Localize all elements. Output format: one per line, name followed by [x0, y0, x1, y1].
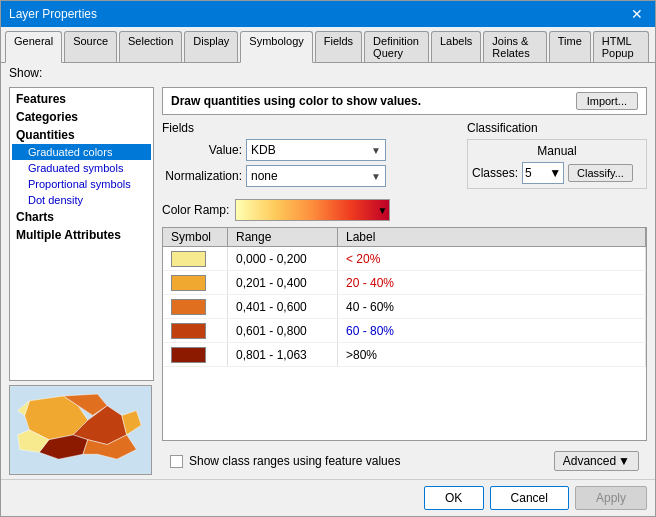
td-range-1: 0,000 - 0,200	[228, 247, 338, 270]
td-label-2: 20 - 40%	[338, 271, 646, 294]
tab-fields[interactable]: Fields	[315, 31, 362, 62]
normalization-select-arrow: ▼	[371, 171, 381, 182]
color-ramp-label: Color Ramp:	[162, 203, 229, 217]
symbol-table: Symbol Range Label 0,000 - 0,200 < 20% 0…	[162, 227, 647, 441]
color-ramp-row: Color Ramp: ▼	[162, 199, 647, 221]
color-swatch-5	[171, 347, 206, 363]
fields-section: Fields Value: KDB ▼ Normalization: none …	[162, 121, 647, 191]
classification-box: Manual Classes: 5 ▼ Classify...	[467, 139, 647, 189]
color-swatch-3	[171, 299, 206, 315]
fields-label: Fields	[162, 121, 459, 135]
bottom-bar: Show class ranges using feature values A…	[162, 447, 647, 475]
value-selected-text: KDB	[251, 143, 276, 157]
td-symbol-1	[163, 247, 228, 270]
left-item-graduated-colors[interactable]: Graduated colors	[12, 144, 151, 160]
td-label-5: >80%	[338, 343, 646, 366]
show-row: Show:	[1, 63, 655, 83]
show-class-row: Show class ranges using feature values	[170, 454, 400, 468]
table-row[interactable]: 0,401 - 0,600 40 - 60%	[163, 295, 646, 319]
normalization-select[interactable]: none ▼	[246, 165, 386, 187]
classes-select-arrow: ▼	[549, 166, 561, 180]
left-item-features[interactable]: Features	[12, 90, 151, 108]
tab-symbology[interactable]: Symbology	[240, 31, 312, 63]
value-select-arrow: ▼	[371, 145, 381, 156]
left-item-multiple-attributes[interactable]: Multiple Attributes	[12, 226, 151, 244]
classes-row: Classes: 5 ▼ Classify...	[472, 162, 642, 184]
left-item-quantities[interactable]: Quantities	[12, 126, 151, 144]
td-range-2: 0,201 - 0,400	[228, 271, 338, 294]
dialog-footer: OK Cancel Apply	[1, 479, 655, 516]
tab-html-popup[interactable]: HTML Popup	[593, 31, 649, 62]
show-label: Show:	[9, 66, 42, 80]
tab-selection[interactable]: Selection	[119, 31, 182, 62]
classification-col: Classification Manual Classes: 5 ▼ Class…	[467, 121, 647, 191]
td-symbol-3	[163, 295, 228, 318]
table-row[interactable]: 0,201 - 0,400 20 - 40%	[163, 271, 646, 295]
apply-button[interactable]: Apply	[575, 486, 647, 510]
close-button[interactable]: ✕	[627, 6, 647, 22]
table-row[interactable]: 0,801 - 1,063 >80%	[163, 343, 646, 367]
normalization-row: Normalization: none ▼	[162, 165, 459, 187]
description-box: Draw quantities using color to show valu…	[162, 87, 647, 115]
table-row[interactable]: 0,601 - 0,800 60 - 80%	[163, 319, 646, 343]
color-swatch-1	[171, 251, 206, 267]
color-ramp-select[interactable]: ▼	[235, 199, 390, 221]
show-class-checkbox[interactable]	[170, 455, 183, 468]
td-range-3: 0,401 - 0,600	[228, 295, 338, 318]
left-item-graduated-symbols[interactable]: Graduated symbols	[12, 160, 151, 176]
tab-definition-query[interactable]: Definition Query	[364, 31, 429, 62]
td-range-4: 0,601 - 0,800	[228, 319, 338, 342]
normalization-label: Normalization:	[162, 169, 242, 183]
tab-source[interactable]: Source	[64, 31, 117, 62]
td-symbol-4	[163, 319, 228, 342]
tabs-row: General Source Selection Display Symbolo…	[1, 27, 655, 63]
classes-label: Classes:	[472, 166, 518, 180]
left-item-proportional-symbols[interactable]: Proportional symbols	[12, 176, 151, 192]
th-label: Label	[338, 228, 646, 246]
advanced-button[interactable]: Advanced ▼	[554, 451, 639, 471]
layer-properties-window: Layer Properties ✕ General Source Select…	[0, 0, 656, 517]
classes-select[interactable]: 5 ▼	[522, 162, 564, 184]
tab-general[interactable]: General	[5, 31, 62, 63]
advanced-dropdown-arrow: ▼	[618, 454, 630, 468]
advanced-label: Advanced	[563, 454, 616, 468]
td-symbol-5	[163, 343, 228, 366]
left-panel-list: Features Categories Quantities Graduated…	[9, 87, 154, 381]
content-area: Features Categories Quantities Graduated…	[1, 83, 655, 479]
show-class-label: Show class ranges using feature values	[189, 454, 400, 468]
color-ramp-arrow: ▼	[377, 205, 387, 216]
tab-joins-relates[interactable]: Joins & Relates	[483, 31, 546, 62]
value-label: Value:	[162, 143, 242, 157]
table-header: Symbol Range Label	[163, 228, 646, 247]
cancel-button[interactable]: Cancel	[490, 486, 569, 510]
th-range: Range	[228, 228, 338, 246]
td-range-5: 0,801 - 1,063	[228, 343, 338, 366]
right-panel: Draw quantities using color to show valu…	[162, 87, 647, 475]
tab-labels[interactable]: Labels	[431, 31, 481, 62]
ok-button[interactable]: OK	[424, 486, 484, 510]
map-preview	[9, 385, 152, 475]
classification-label: Classification	[467, 121, 647, 135]
value-select[interactable]: KDB ▼	[246, 139, 386, 161]
left-item-charts[interactable]: Charts	[12, 208, 151, 226]
left-item-categories[interactable]: Categories	[12, 108, 151, 126]
left-panel: Features Categories Quantities Graduated…	[9, 87, 154, 475]
description-text: Draw quantities using color to show valu…	[171, 94, 421, 108]
color-swatch-4	[171, 323, 206, 339]
color-swatch-2	[171, 275, 206, 291]
td-label-1: < 20%	[338, 247, 646, 270]
normalization-selected-text: none	[251, 169, 278, 183]
classify-button[interactable]: Classify...	[568, 164, 633, 182]
th-symbol: Symbol	[163, 228, 228, 246]
tab-time[interactable]: Time	[549, 31, 591, 62]
left-item-dot-density[interactable]: Dot density	[12, 192, 151, 208]
value-row: Value: KDB ▼	[162, 139, 459, 161]
tab-display[interactable]: Display	[184, 31, 238, 62]
td-label-4: 60 - 80%	[338, 319, 646, 342]
td-symbol-2	[163, 271, 228, 294]
import-button[interactable]: Import...	[576, 92, 638, 110]
window-title: Layer Properties	[9, 7, 97, 21]
manual-label: Manual	[472, 144, 642, 158]
td-label-3: 40 - 60%	[338, 295, 646, 318]
table-row[interactable]: 0,000 - 0,200 < 20%	[163, 247, 646, 271]
